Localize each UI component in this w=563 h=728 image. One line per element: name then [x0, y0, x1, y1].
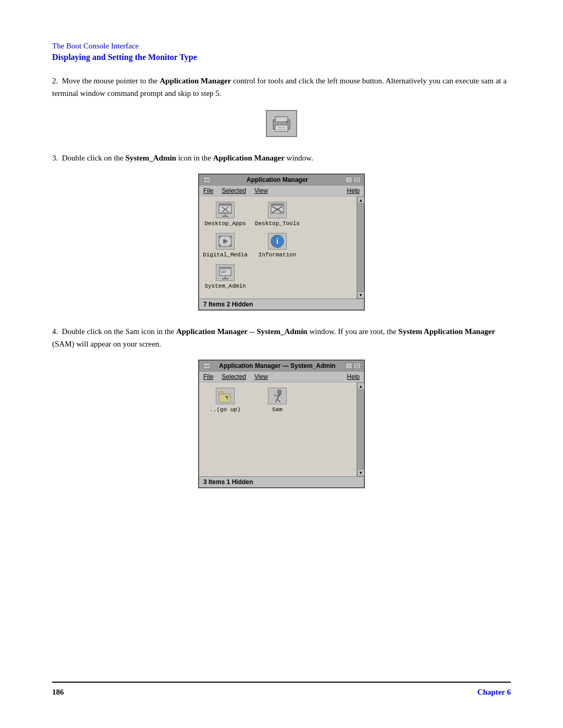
svg-rect-21 — [229, 244, 231, 246]
desktop-tools-icon — [268, 202, 287, 218]
sam-label: Sam — [272, 406, 283, 413]
svg-rect-18 — [219, 236, 221, 238]
svg-rect-14 — [271, 204, 284, 206]
window2-title: Application Manager — System_Admin — [211, 362, 344, 369]
window1-statusbar: 7 Items 2 Hidden — [199, 299, 364, 310]
go-up-label: ..(go up) — [210, 406, 240, 413]
window1-title: Application Manager — [211, 176, 344, 183]
window2-titlebar: — Application Manager — System_Admin · □ — [199, 361, 364, 372]
window1-scroll-track — [357, 204, 364, 291]
window2-menu-btn[interactable]: — — [203, 363, 211, 369]
svg-point-34 — [277, 390, 282, 394]
svg-rect-7 — [219, 204, 231, 206]
information-label: Information — [259, 252, 297, 258]
window1-icons-row1: Desktop_Apps — [204, 202, 354, 227]
window1-menu-view[interactable]: View — [254, 187, 268, 194]
content-area: The Boot Console Interface Displaying an… — [52, 42, 511, 661]
page-container: The Boot Console Interface Displaying an… — [0, 0, 563, 728]
window1-min-btn[interactable]: · — [345, 177, 352, 183]
svg-line-36 — [274, 395, 278, 396]
window1-menubar: File Selected View Help — [199, 186, 364, 196]
svg-line-35 — [277, 394, 279, 399]
window1-icon-sysadmin[interactable]: System_Admin — [204, 264, 246, 289]
sysadmin-icon — [216, 264, 235, 281]
window2-icon-goup[interactable]: ..(go up) — [204, 388, 246, 413]
window2-menu-view[interactable]: View — [254, 373, 268, 380]
page-footer: 186 Chapter 6 — [52, 682, 511, 697]
svg-point-5 — [286, 121, 288, 123]
window2-menu-file[interactable]: File — [203, 373, 213, 380]
window2-max-btn[interactable]: □ — [353, 363, 361, 369]
window2-menu-selected[interactable]: Selected — [222, 373, 246, 380]
window2-container: — Application Manager — System_Admin · □… — [52, 360, 511, 488]
window2-menubar: File Selected View Help — [199, 372, 364, 382]
step-3-text: 3. Double click on the System_Admin icon… — [52, 152, 511, 164]
window1-icon-desktop-apps[interactable]: Desktop_Apps — [204, 202, 246, 227]
step-2-text: 2. Move the mouse pointer to the Applica… — [52, 75, 511, 100]
digital-media-icon — [216, 233, 235, 250]
sysadmin-label: System_Admin — [204, 283, 246, 289]
window1-scroll-down[interactable]: ▼ — [357, 291, 364, 299]
window1-icon-information[interactable]: i Information — [256, 233, 298, 258]
svg-rect-19 — [229, 236, 231, 238]
window2-body-wrapper: ..(go up) — [199, 382, 364, 476]
window2-scroll-down[interactable]: ▼ — [357, 469, 364, 476]
window1-body-wrapper: Desktop_Apps — [199, 196, 364, 299]
window2-min-btn[interactable]: · — [345, 363, 352, 369]
section-title: Displaying and Setting the Monitor Type — [52, 53, 511, 62]
window1-icons-row3: System_Admin — [204, 264, 354, 289]
window1-menu-help[interactable]: Help — [347, 187, 360, 194]
window2: — Application Manager — System_Admin · □… — [198, 360, 365, 488]
breadcrumb-link[interactable]: The Boot Console Interface — [52, 42, 511, 51]
svg-rect-3 — [277, 127, 286, 128]
svg-rect-32 — [219, 394, 230, 402]
step-3: 3. Double click on the System_Admin icon… — [52, 152, 511, 311]
desktop-apps-label: Desktop_Apps — [204, 220, 246, 227]
window1-max-btn[interactable]: □ — [353, 177, 361, 183]
window1: — Application Manager · □ File Selected … — [198, 174, 365, 311]
svg-rect-2 — [275, 125, 288, 131]
printer-icon — [270, 114, 293, 133]
svg-rect-4 — [277, 129, 286, 130]
window1-body: Desktop_Apps — [199, 196, 364, 299]
window2-scrollbar[interactable]: ▲ ▼ — [357, 382, 364, 476]
desktop-tools-label: Desktop_Tools — [255, 220, 300, 227]
window1-menu-btn[interactable]: — — [203, 177, 211, 183]
step-4-text: 4. Double click on the Sam icon in the A… — [52, 325, 511, 350]
window2-icon-sam[interactable]: Sam — [256, 388, 298, 413]
desktop-apps-icon — [216, 202, 235, 218]
window1-icons-row2: Digital_Media i Informa — [204, 233, 354, 258]
page-number: 186 — [52, 688, 64, 697]
window1-menu-selected[interactable]: Selected — [222, 187, 246, 194]
go-up-icon — [216, 388, 235, 404]
window2-menu-help[interactable]: Help — [347, 373, 360, 380]
window2-scroll-track — [357, 390, 364, 469]
window1-icon-digital-media[interactable]: Digital_Media — [204, 233, 246, 258]
window1-icon-desktop-tools[interactable]: Desktop_Tools — [256, 202, 298, 227]
svg-line-39 — [277, 399, 280, 402]
sam-icon — [268, 388, 287, 404]
svg-rect-1 — [275, 117, 288, 122]
svg-line-38 — [275, 399, 277, 402]
window1-titlebar: — Application Manager · □ — [199, 175, 364, 186]
svg-rect-20 — [219, 244, 221, 246]
window2-body: ..(go up) — [199, 382, 364, 476]
step-4: 4. Double click on the Sam icon in the A… — [52, 325, 511, 488]
chapter-label: Chapter 6 — [478, 688, 511, 697]
window1-scrollbar[interactable]: ▲ ▼ — [357, 196, 364, 299]
window2-statusbar: 3 Items 1 Hidden — [199, 476, 364, 487]
svg-rect-27 — [219, 267, 231, 269]
window1-scroll-up[interactable]: ▲ — [357, 196, 364, 204]
step-2: 2. Move the mouse pointer to the Applica… — [52, 75, 511, 137]
window2-scroll-up[interactable]: ▲ — [357, 382, 364, 390]
information-icon: i — [268, 233, 287, 250]
svg-text:i: i — [276, 237, 278, 245]
app-manager-icon-container — [52, 110, 511, 137]
window1-menu-file[interactable]: File — [203, 187, 213, 194]
digital-media-label: Digital_Media — [203, 252, 248, 258]
app-manager-icon — [266, 110, 297, 137]
window1-container: — Application Manager · □ File Selected … — [52, 174, 511, 311]
window2-icons-row1: ..(go up) — [204, 388, 354, 413]
